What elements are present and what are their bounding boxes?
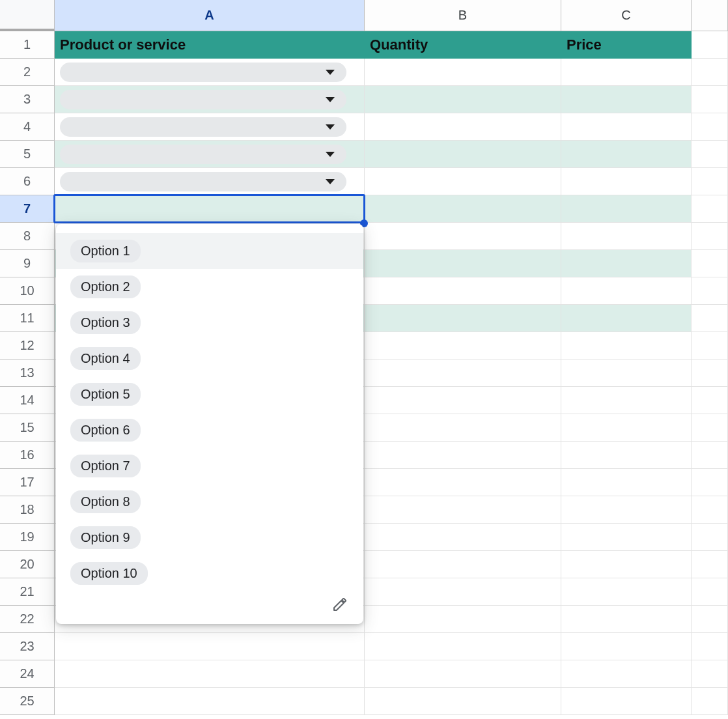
cell-B21[interactable] — [365, 578, 561, 606]
cell-C7[interactable] — [561, 195, 692, 223]
cell-D13[interactable] — [692, 360, 728, 387]
row-header-10[interactable]: 10 — [0, 277, 54, 305]
cell-D19[interactable] — [692, 524, 728, 551]
cell-C3[interactable] — [561, 86, 692, 113]
row-header-4[interactable]: 4 — [0, 113, 54, 141]
cell-D16[interactable] — [692, 442, 728, 469]
cell-D2[interactable] — [692, 59, 728, 86]
row-header-13[interactable]: 13 — [0, 360, 54, 387]
row-header-6[interactable]: 6 — [0, 168, 54, 195]
column-header-b[interactable]: B — [365, 0, 561, 31]
cell-C10[interactable] — [561, 277, 692, 305]
row-header-21[interactable]: 21 — [0, 578, 54, 606]
cell-B16[interactable] — [365, 442, 561, 469]
cell-A4[interactable] — [55, 113, 365, 141]
cell-B2[interactable] — [365, 59, 561, 86]
cell-D6[interactable] — [692, 168, 728, 195]
dropdown-item[interactable]: Option 8 — [56, 484, 363, 520]
cell-D7[interactable] — [692, 195, 728, 223]
cell-C8[interactable] — [561, 223, 692, 250]
column-header-c[interactable]: C — [561, 0, 692, 31]
cell-C21[interactable] — [561, 578, 692, 606]
dropdown-item[interactable]: Option 10 — [56, 556, 363, 591]
cell-B6[interactable] — [365, 168, 561, 195]
cell-D21[interactable] — [692, 578, 728, 606]
cell-B11[interactable] — [365, 305, 561, 332]
cell-C14[interactable] — [561, 387, 692, 414]
row-header-11[interactable]: 11 — [0, 305, 54, 332]
row-header-22[interactable]: 22 — [0, 606, 54, 633]
cell-B18[interactable] — [365, 496, 561, 524]
cell-A7[interactable] — [55, 195, 365, 223]
dropdown-item[interactable]: Option 2 — [56, 269, 363, 305]
cell-C6[interactable] — [561, 168, 692, 195]
dropdown-item[interactable]: Option 1 — [56, 233, 363, 269]
dropdown-item[interactable]: Option 9 — [56, 520, 363, 556]
cell-C16[interactable] — [561, 442, 692, 469]
cell-D22[interactable] — [692, 606, 728, 633]
row-header-15[interactable]: 15 — [0, 414, 54, 442]
cell-B25[interactable] — [365, 688, 561, 715]
cell-A24[interactable] — [55, 660, 365, 688]
cell-C24[interactable] — [561, 660, 692, 688]
cell-B8[interactable] — [365, 223, 561, 250]
cell-D5[interactable] — [692, 141, 728, 168]
row-header-12[interactable]: 12 — [0, 332, 54, 360]
dropdown-pill[interactable] — [60, 90, 346, 109]
row-header-23[interactable]: 23 — [0, 633, 54, 660]
dropdown-pill[interactable] — [60, 172, 346, 191]
dropdown-pill[interactable] — [60, 117, 346, 137]
row-header-1[interactable]: 1 — [0, 31, 54, 59]
cell-C13[interactable] — [561, 360, 692, 387]
cell-D17[interactable] — [692, 469, 728, 496]
cell-B19[interactable] — [365, 524, 561, 551]
cell-B7[interactable] — [365, 195, 561, 223]
cell-B3[interactable] — [365, 86, 561, 113]
cell-C4[interactable] — [561, 113, 692, 141]
dropdown-item[interactable]: Option 6 — [56, 412, 363, 448]
dropdown-item[interactable]: Option 4 — [56, 341, 363, 376]
dropdown-popup[interactable]: Option 1Option 2Option 3Option 4Option 5… — [56, 224, 363, 624]
cell-edit-box[interactable] — [53, 194, 365, 223]
dropdown-pill[interactable] — [60, 63, 346, 82]
row-header-19[interactable]: 19 — [0, 524, 54, 551]
cell-B1[interactable]: Quantity — [365, 31, 561, 59]
cell-B9[interactable] — [365, 250, 561, 277]
cell-D1[interactable] — [692, 31, 728, 59]
cell-A5[interactable] — [55, 141, 365, 168]
row-header-7[interactable]: 7 — [0, 195, 54, 223]
dropdown-item[interactable]: Option 3 — [56, 305, 363, 341]
cell-D15[interactable] — [692, 414, 728, 442]
cell-D3[interactable] — [692, 86, 728, 113]
cell-B24[interactable] — [365, 660, 561, 688]
row-header-16[interactable]: 16 — [0, 442, 54, 469]
cell-D18[interactable] — [692, 496, 728, 524]
cell-A3[interactable] — [55, 86, 365, 113]
cell-C25[interactable] — [561, 688, 692, 715]
cell-D4[interactable] — [692, 113, 728, 141]
cell-A2[interactable] — [55, 59, 365, 86]
cell-B17[interactable] — [365, 469, 561, 496]
cell-A23[interactable] — [55, 633, 365, 660]
dropdown-item[interactable]: Option 5 — [56, 376, 363, 412]
cell-D9[interactable] — [692, 250, 728, 277]
cell-B23[interactable] — [365, 633, 561, 660]
row-header-18[interactable]: 18 — [0, 496, 54, 524]
cell-C19[interactable] — [561, 524, 692, 551]
cell-C5[interactable] — [561, 141, 692, 168]
row-header-25[interactable]: 25 — [0, 688, 54, 715]
cell-C2[interactable] — [561, 59, 692, 86]
cell-C17[interactable] — [561, 469, 692, 496]
cell-D10[interactable] — [692, 277, 728, 305]
cell-C11[interactable] — [561, 305, 692, 332]
cell-D11[interactable] — [692, 305, 728, 332]
row-header-2[interactable]: 2 — [0, 59, 54, 86]
cell-B4[interactable] — [365, 113, 561, 141]
row-header-8[interactable]: 8 — [0, 223, 54, 250]
cell-D23[interactable] — [692, 633, 728, 660]
cell-A6[interactable] — [55, 168, 365, 195]
cell-D8[interactable] — [692, 223, 728, 250]
cell-C1[interactable]: Price — [561, 31, 692, 59]
cell-A25[interactable] — [55, 688, 365, 715]
dropdown-item[interactable]: Option 7 — [56, 448, 363, 484]
